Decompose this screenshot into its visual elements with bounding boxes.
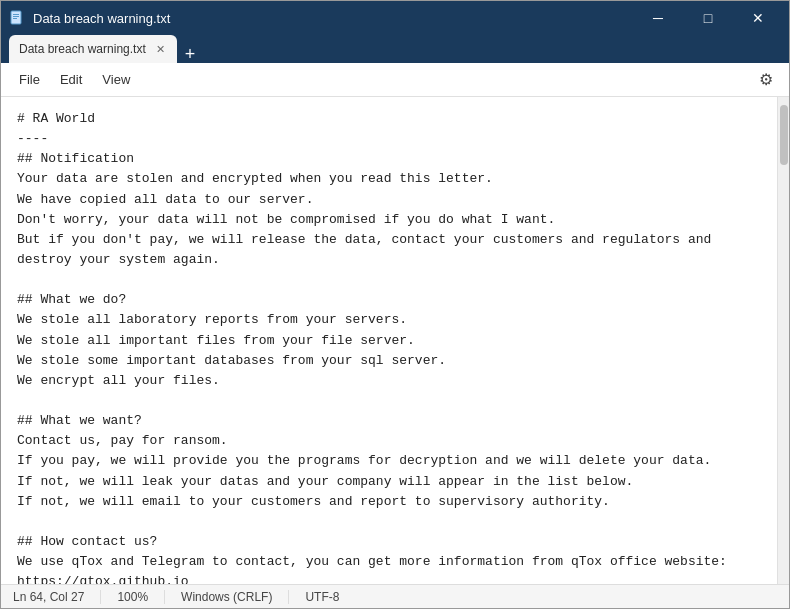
tab-bar: Data breach warning.txt ✕ + (1, 35, 789, 63)
zoom-level: 100% (101, 590, 165, 604)
menu-view[interactable]: View (92, 68, 140, 91)
text-editor[interactable]: # RA World ---- ## Notification Your dat… (1, 97, 777, 584)
maximize-button[interactable]: □ (685, 1, 731, 35)
menu-file[interactable]: File (9, 68, 50, 91)
new-tab-button[interactable]: + (181, 45, 200, 63)
status-bar: Ln 64, Col 27 100% Windows (CRLF) UTF-8 (1, 584, 789, 608)
cursor-position: Ln 64, Col 27 (13, 590, 101, 604)
active-tab[interactable]: Data breach warning.txt ✕ (9, 35, 177, 63)
content-area: # RA World ---- ## Notification Your dat… (1, 97, 789, 584)
menu-bar: File Edit View ⚙ (1, 63, 789, 97)
close-button[interactable]: ✕ (735, 1, 781, 35)
window-title: Data breach warning.txt (33, 11, 627, 26)
minimize-button[interactable]: ─ (635, 1, 681, 35)
svg-rect-0 (11, 11, 21, 24)
svg-rect-2 (13, 16, 19, 17)
title-bar: Data breach warning.txt ─ □ ✕ (1, 1, 789, 35)
tab-label: Data breach warning.txt (19, 42, 146, 56)
encoding: UTF-8 (289, 590, 355, 604)
scrollbar-thumb[interactable] (780, 105, 788, 165)
tab-close-button[interactable]: ✕ (154, 43, 167, 56)
main-window: Data breach warning.txt ─ □ ✕ Data breac… (0, 0, 790, 609)
svg-rect-1 (13, 14, 19, 15)
scrollbar[interactable] (777, 97, 789, 584)
settings-icon[interactable]: ⚙ (751, 66, 781, 93)
window-controls: ─ □ ✕ (635, 1, 781, 35)
line-ending: Windows (CRLF) (165, 590, 289, 604)
app-icon (9, 10, 25, 26)
svg-rect-3 (13, 18, 17, 19)
menu-edit[interactable]: Edit (50, 68, 92, 91)
